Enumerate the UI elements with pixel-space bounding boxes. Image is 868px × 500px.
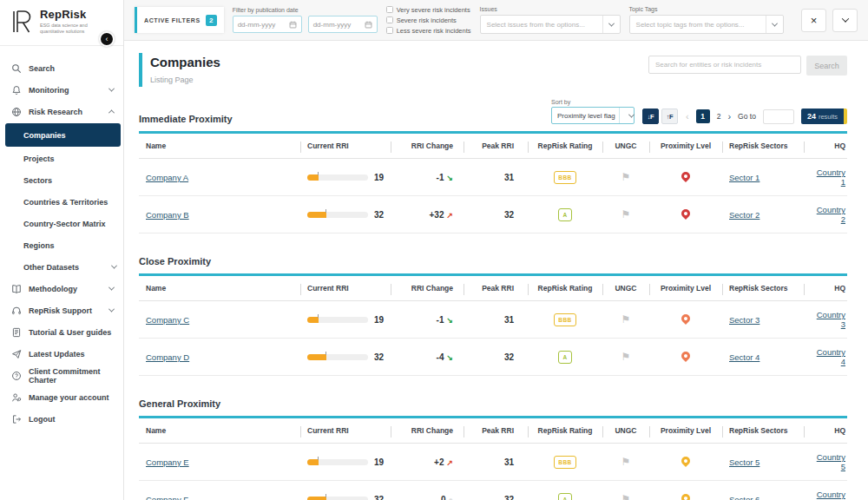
col-header-rating[interactable]: RepRisk Rating bbox=[528, 275, 602, 301]
sidebar-item-manage-account[interactable]: Manage your account bbox=[0, 386, 123, 408]
sort-asc-button[interactable]: ↑F bbox=[661, 109, 678, 124]
hq-link[interactable]: Country 3 bbox=[817, 310, 845, 329]
col-header-sectors[interactable]: RepRisk Sectors bbox=[722, 133, 804, 159]
rri-change-value: -1 bbox=[437, 315, 444, 325]
col-header-sectors[interactable]: RepRisk Sectors bbox=[722, 418, 804, 444]
col-header-hq[interactable]: HQ bbox=[804, 133, 847, 159]
col-header-current-rri[interactable]: Current RRI bbox=[300, 418, 391, 444]
sidebar-item-tutorial-user-guides[interactable]: Tutorial & User guides bbox=[0, 321, 123, 343]
col-header-peak-rri[interactable]: Peak RRI bbox=[464, 275, 528, 301]
sidebar-item-companies[interactable]: Companies bbox=[5, 123, 121, 147]
rri-value: 32 bbox=[374, 210, 384, 220]
col-header-hq[interactable]: HQ bbox=[804, 418, 847, 444]
col-header-proximity[interactable]: Proximity Lvel bbox=[649, 418, 722, 444]
sidebar-item-search[interactable]: Search bbox=[0, 57, 123, 79]
table-row: Company C 19 -1↘ 31 BBB ⚑ Sector 3 Count… bbox=[139, 301, 847, 339]
col-header-rri-change[interactable]: RRI Change bbox=[391, 418, 464, 444]
col-header-ungc[interactable]: UNGC bbox=[602, 275, 649, 301]
search-button[interactable]: Search bbox=[806, 56, 847, 76]
company-link[interactable]: Company A bbox=[146, 173, 188, 182]
entity-search-input[interactable] bbox=[648, 56, 801, 74]
topic-tags-select[interactable]: Select topic tags from the options... bbox=[629, 15, 784, 34]
peak-rri-value: 31 bbox=[504, 457, 514, 467]
sidebar-item-logout[interactable]: Logout bbox=[0, 408, 123, 430]
next-page-button[interactable]: › bbox=[727, 111, 731, 122]
sidebar-item-country-sector-matrix[interactable]: Country-Sector Matrix bbox=[0, 213, 123, 234]
checkbox-very-severe[interactable]: Very severe risk incidents bbox=[386, 6, 471, 14]
date-from-input[interactable]: dd-mm-yyyy bbox=[233, 16, 302, 33]
reprisk-logo-icon bbox=[11, 8, 34, 39]
sidebar-item-label: Tutorial & User guides bbox=[29, 328, 111, 337]
col-header-rating[interactable]: RepRisk Rating bbox=[528, 418, 602, 444]
rating-badge: BBB bbox=[554, 313, 576, 326]
sidebar-item-methodology[interactable]: Methodology bbox=[0, 278, 123, 299]
peak-rri-value: 32 bbox=[504, 352, 514, 362]
rri-value: 32 bbox=[374, 495, 384, 500]
col-header-sectors[interactable]: RepRisk Sectors bbox=[722, 275, 804, 301]
chevron-down-icon bbox=[108, 306, 115, 312]
company-link[interactable]: Company C bbox=[146, 315, 189, 325]
sector-link[interactable]: Sector 1 bbox=[729, 173, 760, 182]
sidebar-item-regions[interactable]: Regions bbox=[0, 234, 123, 256]
page-1-button[interactable]: 1 bbox=[696, 109, 710, 123]
col-header-name[interactable]: Name bbox=[139, 133, 300, 159]
sector-link[interactable]: Sector 4 bbox=[729, 352, 760, 362]
checkbox-less-severe[interactable]: Less severe risk incidents bbox=[386, 27, 471, 35]
col-header-ungc[interactable]: UNGC bbox=[602, 133, 649, 159]
col-header-proximity[interactable]: Proximity Lvel bbox=[649, 275, 722, 301]
hq-link[interactable]: Country 6 bbox=[817, 490, 845, 500]
sidebar-item-other-datasets[interactable]: Other Datasets bbox=[0, 256, 123, 278]
sidebar-item-label: Logout bbox=[29, 415, 56, 424]
col-header-peak-rri[interactable]: Peak RRI bbox=[464, 133, 528, 159]
sidebar-item-client-commitment-charter[interactable]: Client Commitment Charter bbox=[0, 365, 123, 386]
checkbox-severe[interactable]: Severe risk incidents bbox=[386, 16, 471, 24]
col-header-rri-change[interactable]: RRI Change bbox=[391, 133, 464, 159]
goto-page-input[interactable] bbox=[763, 109, 794, 124]
issues-select[interactable]: Select issues from the options... bbox=[480, 15, 621, 34]
col-header-proximity[interactable]: Proximity Lvel bbox=[649, 133, 722, 159]
hq-link[interactable]: Country 4 bbox=[817, 347, 845, 366]
sidebar-item-sectors[interactable]: Sectors bbox=[0, 169, 123, 191]
page-2-button[interactable]: 2 bbox=[717, 112, 721, 121]
col-header-rri-change[interactable]: RRI Change bbox=[391, 275, 464, 301]
company-link[interactable]: Company B bbox=[146, 210, 189, 220]
col-header-current-rri[interactable]: Current RRI bbox=[300, 133, 391, 159]
checkbox-icon bbox=[386, 27, 393, 34]
sidebar-item-projects[interactable]: Projects bbox=[0, 148, 123, 169]
sort-desc-button[interactable]: ↓F bbox=[642, 109, 659, 124]
col-header-name[interactable]: Name bbox=[139, 418, 300, 444]
sidebar-item-latest-updates[interactable]: Latest Updates bbox=[0, 343, 123, 365]
hq-link[interactable]: Country 5 bbox=[817, 452, 845, 471]
sector-link[interactable]: Sector 3 bbox=[729, 315, 760, 325]
col-header-hq[interactable]: HQ bbox=[804, 275, 847, 301]
col-header-rating[interactable]: RepRisk Rating bbox=[528, 133, 602, 159]
sort-select[interactable]: Proximity level flag bbox=[551, 107, 635, 124]
rri-bar bbox=[307, 174, 368, 181]
collapse-filters-button[interactable] bbox=[832, 9, 858, 32]
chevron-down-icon bbox=[108, 285, 115, 291]
sector-link[interactable]: Sector 5 bbox=[729, 457, 760, 467]
hq-link[interactable]: Country 1 bbox=[817, 168, 845, 187]
prev-page-button[interactable]: ‹ bbox=[686, 111, 689, 122]
sidebar-item-monitoring[interactable]: Monitoring bbox=[0, 79, 123, 101]
company-link[interactable]: Company D bbox=[146, 352, 189, 362]
active-filters-card[interactable]: ACTIVE FILTERS 2 bbox=[135, 7, 224, 33]
company-link[interactable]: Company F bbox=[146, 495, 188, 500]
col-header-current-rri[interactable]: Current RRI bbox=[300, 275, 391, 301]
company-link[interactable]: Company E bbox=[146, 457, 189, 467]
sidebar-item-countries-territories[interactable]: Countries & Territories bbox=[0, 191, 123, 213]
sector-link[interactable]: Sector 2 bbox=[729, 210, 760, 220]
col-header-peak-rri[interactable]: Peak RRI bbox=[464, 418, 528, 444]
hq-link[interactable]: Country 2 bbox=[817, 205, 845, 224]
sector-link[interactable]: Sector 6 bbox=[729, 495, 760, 500]
col-header-name[interactable]: Name bbox=[139, 275, 300, 301]
proximity-pin-icon bbox=[680, 312, 692, 325]
date-to-input[interactable]: dd-mm-yyyy bbox=[308, 16, 378, 33]
col-header-ungc[interactable]: UNGC bbox=[602, 418, 649, 444]
sidebar-item-reprisk-support[interactable]: RepRisk Support bbox=[0, 299, 123, 321]
collapse-sidebar-button[interactable]: ‹ bbox=[99, 31, 115, 47]
peak-rri-value: 31 bbox=[504, 173, 514, 182]
clear-filters-button[interactable]: × bbox=[801, 9, 826, 32]
sidebar-item-risk-research[interactable]: Risk Research bbox=[0, 101, 123, 122]
sidebar-item-label: Regions bbox=[23, 241, 55, 250]
